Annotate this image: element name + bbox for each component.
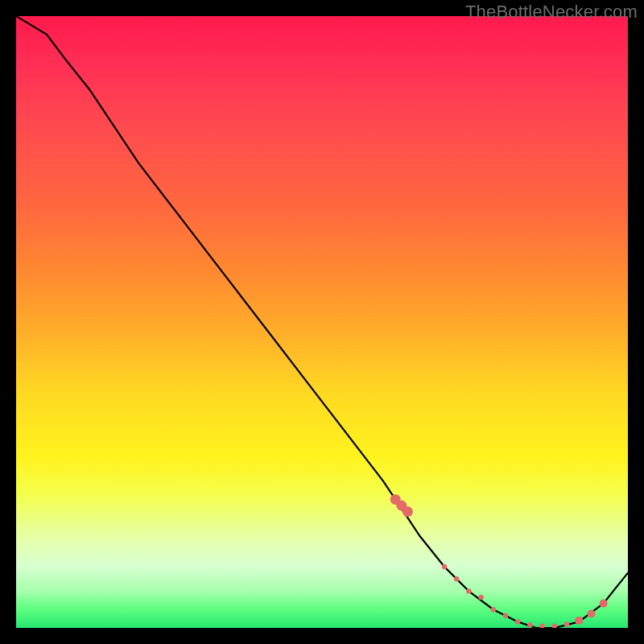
chart-container: TheBottleNecker.com [0,0,644,644]
watermark-label: TheBottleNecker.com [465,2,638,23]
marker-dot [402,506,413,517]
marker-dot [515,619,520,624]
marker-dot [454,576,459,581]
marker-dot [564,621,569,626]
bottleneck-curve [16,16,628,628]
marker-dot [539,624,544,629]
marker-dot [466,588,471,593]
highlight-markers [390,494,608,628]
marker-dot [442,564,447,569]
marker-dot [503,613,508,618]
marker-dot [600,600,608,608]
marker-dot [527,622,532,627]
chart-overlay [16,16,628,628]
marker-dot [575,617,583,625]
marker-dot [491,607,496,612]
marker-dot [587,610,595,618]
marker-dot [478,595,483,600]
plot-area [16,16,628,628]
marker-dot [552,624,557,629]
